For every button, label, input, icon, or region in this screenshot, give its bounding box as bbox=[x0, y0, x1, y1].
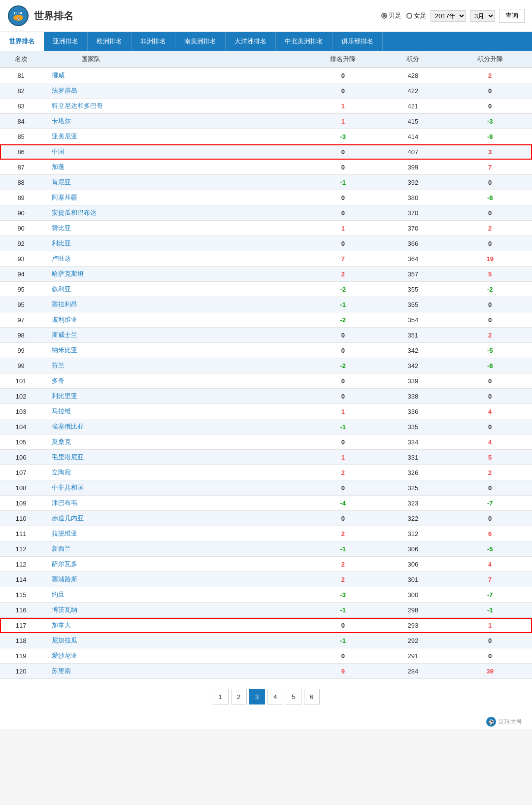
cell-country[interactable]: 卢旺达 bbox=[42, 251, 308, 267]
cell-rank: 117 bbox=[0, 618, 42, 633]
cell-change-score: 2 bbox=[448, 465, 532, 480]
cell-change-pos: 0 bbox=[308, 389, 378, 404]
cell-country[interactable]: 尼加拉瓜 bbox=[42, 633, 308, 648]
month-select[interactable]: 3月 bbox=[470, 10, 495, 22]
cell-country[interactable]: 利比亚 bbox=[42, 236, 308, 251]
cell-country[interactable]: 萨尔瓦多 bbox=[42, 557, 308, 572]
cell-country[interactable]: 赤道几内亚 bbox=[42, 511, 308, 526]
cell-change-score: 0 bbox=[448, 648, 532, 664]
cell-change-pos: 9 bbox=[308, 664, 378, 679]
cell-country[interactable]: 塞浦路斯 bbox=[42, 572, 308, 587]
cell-country[interactable]: 卡塔尔 bbox=[42, 114, 308, 129]
cell-country[interactable]: 赞比亚 bbox=[42, 221, 308, 236]
nav-tab-3[interactable]: 非洲排名 bbox=[132, 32, 175, 51]
nav-tab-0[interactable]: 世界排名 bbox=[0, 32, 44, 51]
cell-country[interactable]: 拉脱维亚 bbox=[42, 526, 308, 541]
cell-score: 336 bbox=[378, 404, 448, 419]
cell-country[interactable]: 立陶宛 bbox=[42, 465, 308, 480]
cell-country[interactable]: 新西兰 bbox=[42, 541, 308, 557]
cell-rank: 104 bbox=[0, 419, 42, 435]
page-btn-4[interactable]: 4 bbox=[267, 689, 283, 704]
table-row: 82 法罗群岛 0 422 0 bbox=[0, 83, 532, 99]
cell-country[interactable]: 肯尼亚 bbox=[42, 175, 308, 190]
cell-country[interactable]: 玻利维亚 bbox=[42, 312, 308, 328]
cell-country[interactable]: 芬兰 bbox=[42, 358, 308, 373]
page-btn-6[interactable]: 6 bbox=[304, 689, 320, 704]
cell-score: 293 bbox=[378, 618, 448, 633]
cell-score: 301 bbox=[378, 572, 448, 587]
cell-change-pos: -2 bbox=[308, 282, 378, 297]
cell-country[interactable]: 毛里塔尼亚 bbox=[42, 450, 308, 465]
cell-change-score: 0 bbox=[448, 419, 532, 435]
cell-country[interactable]: 特立尼达和多巴哥 bbox=[42, 99, 308, 114]
cell-change-score: 0 bbox=[448, 511, 532, 526]
cell-country[interactable]: 挪威 bbox=[42, 68, 308, 83]
cell-country[interactable]: 塞拉利昂 bbox=[42, 297, 308, 312]
cell-change-pos: 0 bbox=[308, 83, 378, 99]
male-radio-label: 男足 bbox=[389, 11, 401, 20]
cell-country[interactable]: 叙利亚 bbox=[42, 282, 308, 297]
cell-change-pos: -1 bbox=[308, 175, 378, 190]
cell-change-pos: 1 bbox=[308, 450, 378, 465]
cell-country[interactable]: 利比里亚 bbox=[42, 389, 308, 404]
page-btn-3[interactable]: 3 bbox=[249, 689, 265, 704]
nav-tab-5[interactable]: 大洋洲排名 bbox=[226, 32, 276, 51]
cell-score: 392 bbox=[378, 175, 448, 190]
cell-rank: 83 bbox=[0, 99, 42, 114]
cell-rank: 106 bbox=[0, 450, 42, 465]
table-row: 90 赞比亚 1 370 2 bbox=[0, 221, 532, 236]
table-row: 89 阿塞拜疆 0 380 -8 bbox=[0, 190, 532, 205]
male-radio-circle bbox=[381, 13, 387, 19]
table-row: 99 芬兰 -2 342 -8 bbox=[0, 358, 532, 373]
cell-score: 421 bbox=[378, 99, 448, 114]
cell-country[interactable]: 法罗群岛 bbox=[42, 83, 308, 99]
cell-country[interactable]: 苏里南 bbox=[42, 664, 308, 679]
female-radio-circle bbox=[406, 13, 412, 19]
page-btn-2[interactable]: 2 bbox=[231, 689, 247, 704]
nav-tab-7[interactable]: 俱乐部排名 bbox=[332, 32, 383, 51]
cell-country[interactable]: 埃塞俄比亚 bbox=[42, 419, 308, 435]
cell-rank: 99 bbox=[0, 358, 42, 373]
cell-rank: 102 bbox=[0, 389, 42, 404]
cell-country[interactable]: 亚美尼亚 bbox=[42, 129, 308, 144]
table-row: 94 哈萨克斯坦 2 357 5 bbox=[0, 267, 532, 282]
cell-country[interactable]: 津巴布韦 bbox=[42, 496, 308, 511]
cell-country[interactable]: 博茨瓦纳 bbox=[42, 603, 308, 618]
page-btn-1[interactable]: 1 bbox=[213, 689, 229, 704]
nav-tab-1[interactable]: 亚洲排名 bbox=[44, 32, 88, 51]
cell-country[interactable]: 阿塞拜疆 bbox=[42, 190, 308, 205]
cell-country[interactable]: 斯威士兰 bbox=[42, 328, 308, 343]
svg-text:⚽: ⚽ bbox=[17, 17, 20, 21]
year-select[interactable]: 2017年 bbox=[431, 10, 466, 22]
cell-country[interactable]: 纳米比亚 bbox=[42, 343, 308, 358]
female-radio[interactable]: 女足 bbox=[406, 11, 427, 20]
fifa-logo-icon: FIFA ⚽ bbox=[7, 5, 29, 27]
cell-rank: 89 bbox=[0, 190, 42, 205]
cell-country[interactable]: 多哥 bbox=[42, 373, 308, 389]
cell-change-pos: 0 bbox=[308, 160, 378, 175]
cell-country[interactable]: 马拉维 bbox=[42, 404, 308, 419]
cell-country[interactable]: 约旦 bbox=[42, 587, 308, 603]
cell-rank: 92 bbox=[0, 236, 42, 251]
cell-country[interactable]: 中国 bbox=[42, 144, 308, 160]
cell-change-pos: -1 bbox=[308, 541, 378, 557]
cell-change-pos: -3 bbox=[308, 587, 378, 603]
pagination: 123456 bbox=[0, 679, 532, 714]
cell-country[interactable]: 加拿大 bbox=[42, 618, 308, 633]
male-radio[interactable]: 男足 bbox=[381, 11, 401, 20]
nav-tab-6[interactable]: 中北美洲排名 bbox=[276, 32, 332, 51]
cell-country[interactable]: 中非共和国 bbox=[42, 480, 308, 496]
query-button[interactable]: 查询 bbox=[499, 9, 525, 23]
table-row: 120 苏里南 9 284 39 bbox=[0, 664, 532, 679]
cell-country[interactable]: 莫桑克 bbox=[42, 435, 308, 450]
cell-country[interactable]: 加蓬 bbox=[42, 160, 308, 175]
cell-change-score: -5 bbox=[448, 343, 532, 358]
page-btn-5[interactable]: 5 bbox=[286, 689, 301, 704]
cell-country[interactable]: 爱沙尼亚 bbox=[42, 648, 308, 664]
nav-tab-2[interactable]: 欧洲排名 bbox=[88, 32, 132, 51]
table-row: 104 埃塞俄比亚 -1 335 0 bbox=[0, 419, 532, 435]
cell-country[interactable]: 安提瓜和巴布达 bbox=[42, 205, 308, 221]
cell-country[interactable]: 哈萨克斯坦 bbox=[42, 267, 308, 282]
nav-tab-4[interactable]: 南美洲排名 bbox=[175, 32, 226, 51]
cell-rank: 107 bbox=[0, 465, 42, 480]
